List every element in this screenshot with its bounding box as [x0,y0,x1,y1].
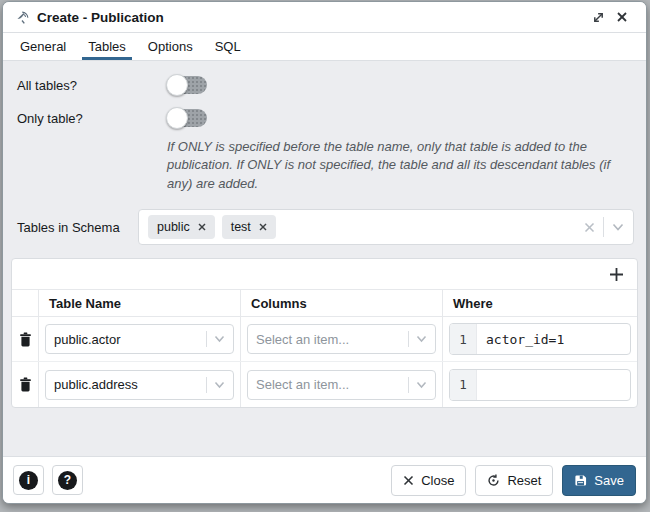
reset-icon [487,474,500,487]
column-header-columns: Columns [240,290,442,316]
close-button-label: Close [421,473,454,488]
line-number: 1 [450,324,477,354]
only-table-row: Only table? [17,109,634,127]
all-tables-toggle[interactable] [167,76,207,94]
close-x-icon [403,475,414,486]
tab-bar: General Tables Options SQL [3,33,646,61]
grid-header-gutter [12,290,38,316]
where-cell: 1 [442,362,637,407]
table-row: public.address Select an item... [12,362,637,407]
line-number: 1 [450,370,477,400]
table-name-value: public.address [54,377,206,392]
chevron-down-icon [416,381,427,389]
schema-chip: public [148,215,215,239]
where-expression [477,370,630,400]
only-table-toggle[interactable] [167,109,207,127]
tables-tab-panel: All tables? Only table? If ONLY is speci… [3,61,646,456]
close-icon[interactable] [610,6,634,28]
dialog-title: Create - Publication [37,10,586,25]
selected-schemas: public test [148,215,584,239]
dialog-footer: i ? Close Reset [3,456,646,503]
grid-toolbar [12,259,637,290]
table-name-cell: public.actor [38,317,240,361]
table-name-cell: public.address [38,362,240,407]
tables-grid: Table Name Columns Where p [11,258,638,408]
column-header-where: Where [442,290,637,316]
divider [206,331,207,347]
where-expression: actor_id=1 [477,324,630,354]
columns-cell: Select an item... [240,317,442,361]
info-icon: i [19,471,38,490]
clear-icon[interactable] [584,222,595,233]
help-icon: ? [58,471,77,490]
save-button-label: Save [594,473,624,488]
column-header-table-name: Table Name [38,290,240,316]
toggle-knob [166,107,188,129]
grid-header-row: Table Name Columns Where [12,290,637,317]
columns-cell: Select an item... [240,362,442,407]
chip-label: test [231,220,251,234]
divider [206,377,207,393]
columns-select[interactable]: Select an item... [247,370,436,400]
where-editor[interactable]: 1 actor_id=1 [449,323,631,355]
save-icon [574,474,587,487]
chevron-down-icon [214,381,225,389]
divider [408,377,409,393]
only-table-help-text: If ONLY is specified before the table na… [167,138,626,193]
save-button[interactable]: Save [562,465,636,496]
columns-placeholder: Select an item... [256,377,408,392]
tab-sql[interactable]: SQL [204,33,252,60]
columns-placeholder: Select an item... [256,332,408,347]
reset-button[interactable]: Reset [475,465,553,496]
resize-icon[interactable] [586,6,610,28]
where-cell: 1 actor_id=1 [442,317,637,361]
tables-in-schema-select[interactable]: public test [138,209,634,245]
titlebar: Create - Publication [3,2,646,33]
multiselect-controls [584,217,624,237]
only-table-label: Only table? [17,111,167,126]
chevron-down-icon [214,335,225,343]
reset-button-label: Reset [507,473,541,488]
chip-label: public [157,220,190,234]
remove-chip-icon[interactable] [198,223,206,231]
trash-icon[interactable] [12,362,38,407]
all-tables-row: All tables? [17,76,634,94]
schema-chip: test [222,215,276,239]
tab-general[interactable]: General [9,33,77,60]
toggle-knob [166,74,188,96]
columns-select[interactable]: Select an item... [247,324,436,354]
info-button[interactable]: i [13,465,44,495]
tables-in-schema-label: Tables in Schema [17,220,138,235]
chevron-down-icon[interactable] [612,223,624,232]
add-icon[interactable] [609,267,624,282]
tab-options[interactable]: Options [137,33,204,60]
trash-icon[interactable] [12,317,38,361]
where-editor[interactable]: 1 [449,369,631,401]
table-name-select[interactable]: public.actor [45,324,234,354]
table-row: public.actor Select an item... [12,317,637,362]
create-publication-dialog: Create - Publication General Tables Opti… [2,1,647,504]
remove-chip-icon[interactable] [259,223,267,231]
help-button[interactable]: ? [52,465,83,495]
table-name-value: public.actor [54,332,206,347]
publication-icon [15,10,30,25]
close-button[interactable]: Close [391,465,466,496]
tables-in-schema-row: Tables in Schema public test [17,209,634,245]
divider [603,217,604,237]
table-name-select[interactable]: public.address [45,370,234,400]
tab-tables[interactable]: Tables [77,33,137,60]
chevron-down-icon [416,335,427,343]
all-tables-label: All tables? [17,78,167,93]
divider [408,331,409,347]
